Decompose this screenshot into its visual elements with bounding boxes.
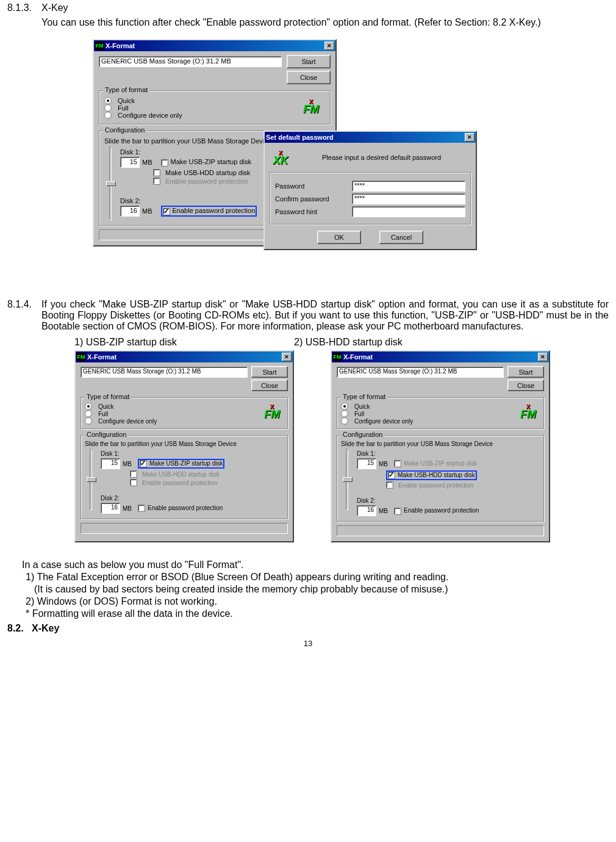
disk2-label: Disk 2:: [101, 495, 120, 502]
check-hdd[interactable]: [153, 169, 160, 176]
disk2-label: Disk 2:: [357, 497, 376, 504]
xk-logo-icon: x XK: [270, 146, 292, 168]
disk1-label: Disk 1:: [101, 450, 120, 457]
label-quick: Quick: [354, 403, 370, 410]
section-number-82: 8.2.: [7, 623, 24, 633]
label-hdd: Make USB-HDD startup disk: [398, 472, 475, 478]
cancel-button[interactable]: Cancel: [379, 231, 423, 244]
check-pw-2[interactable]: [138, 505, 145, 512]
radio-full[interactable]: [85, 410, 92, 417]
label-zip: Make USB-ZIP startup disk: [149, 460, 223, 467]
label-pw: Enable password protection: [173, 207, 256, 214]
radio-quick[interactable]: [85, 403, 92, 410]
label-zip: Make USB-ZIP startup disk: [404, 460, 477, 467]
check-pw[interactable]: [163, 208, 170, 215]
label-password: Password: [275, 182, 348, 190]
device-field: GENERIC USB Mass Storage (O:) 31.2 MB: [337, 367, 504, 378]
type-legend: Type of format: [85, 393, 131, 400]
section-title-82: X-Key: [32, 623, 59, 633]
label-pw-disabled-1: Enable password protection: [165, 178, 248, 185]
label-full: Full: [354, 411, 364, 417]
section-body-813: You can use this function after check "E…: [41, 17, 609, 28]
label-quick: Quick: [118, 97, 135, 104]
close-button[interactable]: Close: [507, 380, 544, 391]
check-pw-disabled: [386, 481, 393, 489]
disk1-value[interactable]: 15: [357, 458, 376, 469]
xformat-title: X-Format: [106, 42, 135, 49]
check-hdd-disabled: [130, 470, 137, 478]
close-icon[interactable]: ✕: [465, 133, 475, 142]
section-number-814: 8.1.4.: [7, 299, 41, 332]
start-button[interactable]: Start: [251, 366, 288, 378]
mb-label-1: MB: [379, 461, 388, 467]
xformat-dialog-hdd: FM X-Format ✕ GENERIC USB Mass Storage (…: [331, 350, 550, 542]
section-body-814: If you check "Make USB-ZIP startup disk"…: [41, 299, 609, 332]
close-button[interactable]: Close: [287, 71, 331, 84]
radio-configure[interactable]: [85, 417, 92, 425]
check-pw-disabled: [130, 479, 137, 486]
config-legend: Configuration: [85, 431, 128, 438]
full-format-2: 2) Windows (or DOS) Format is not workin…: [22, 596, 609, 607]
label-configure: Configure device only: [98, 418, 157, 425]
type-legend: Type of format: [103, 86, 149, 93]
close-icon[interactable]: ✕: [282, 353, 292, 361]
full-format-star: * Formatting will erase all the data in …: [22, 608, 609, 619]
type-legend: Type of format: [341, 393, 387, 400]
ok-button[interactable]: OK: [317, 231, 361, 244]
config-instruction: Slide the bar to partition your USB Mass…: [341, 441, 540, 447]
full-format-1-note: (It is caused by bad sectors being creat…: [22, 584, 609, 595]
radio-quick[interactable]: [104, 97, 112, 104]
check-pw-2[interactable]: [394, 508, 401, 515]
label-full: Full: [98, 411, 108, 417]
status-bar: [337, 525, 544, 536]
partition-slider[interactable]: [346, 449, 348, 510]
radio-configure[interactable]: [104, 112, 112, 119]
xformat-title: X-Format: [343, 353, 373, 361]
full-format-intro: In a case such as below you must do "Ful…: [22, 560, 609, 570]
label-pw-disabled: Enable password protection: [398, 482, 473, 489]
label-zip: Make USB-ZIP startup disk: [171, 158, 251, 165]
radio-configure[interactable]: [341, 417, 348, 425]
type-of-format-group: Type of format Quick Full Configure devi…: [99, 90, 331, 124]
xformat-title: X-Format: [87, 353, 116, 361]
config-legend: Configuration: [341, 431, 384, 438]
radio-full[interactable]: [104, 104, 112, 112]
label-hdd: Make USB-HDD startup disk: [142, 471, 220, 478]
disk1-label: Disk 1:: [120, 148, 141, 156]
check-zip[interactable]: [140, 460, 147, 467]
disk1-value[interactable]: 15: [120, 157, 140, 168]
close-icon[interactable]: ✕: [324, 41, 334, 50]
mb-label-1: MB: [142, 159, 152, 166]
close-icon[interactable]: ✕: [538, 353, 548, 361]
password-instruction: Please input a desired default password: [322, 154, 441, 161]
radio-full[interactable]: [341, 410, 348, 417]
check-zip[interactable]: [161, 159, 168, 167]
check-hdd[interactable]: [388, 472, 395, 479]
section-title-813: X-Key: [41, 2, 609, 13]
partition-slider[interactable]: [109, 147, 112, 220]
input-confirm[interactable]: ****: [352, 193, 465, 204]
label-full: Full: [118, 104, 129, 112]
section-number-813: 8.1.3.: [7, 2, 41, 13]
disk2-value[interactable]: 16: [120, 206, 140, 217]
disk2-value[interactable]: 16: [101, 503, 120, 514]
status-bar: [81, 523, 288, 534]
input-hint[interactable]: [352, 206, 465, 217]
disk1-value[interactable]: 15: [101, 458, 120, 469]
label-hint: Password hint: [275, 208, 348, 215]
caption-hdd: 2) USB-HDD startup disk: [270, 337, 609, 348]
password-dialog: Set default password ✕ x XK Please input…: [263, 131, 477, 250]
radio-quick[interactable]: [341, 403, 348, 410]
disk1-label: Disk 1:: [357, 450, 376, 457]
close-button[interactable]: Close: [251, 380, 288, 391]
disk2-value[interactable]: 16: [357, 505, 376, 516]
disk2-label: Disk 2:: [120, 197, 141, 204]
partition-slider[interactable]: [90, 449, 92, 510]
start-button[interactable]: Start: [507, 366, 544, 378]
label-pw-disabled: Enable password protection: [142, 480, 217, 486]
mb-label-2: MB: [379, 508, 388, 514]
start-button[interactable]: Start: [287, 55, 331, 68]
input-password[interactable]: ****: [352, 181, 465, 192]
app-icon: FM: [95, 41, 104, 50]
device-field: GENERIC USB Mass Storage (O:) 31.2 MB: [99, 56, 282, 67]
